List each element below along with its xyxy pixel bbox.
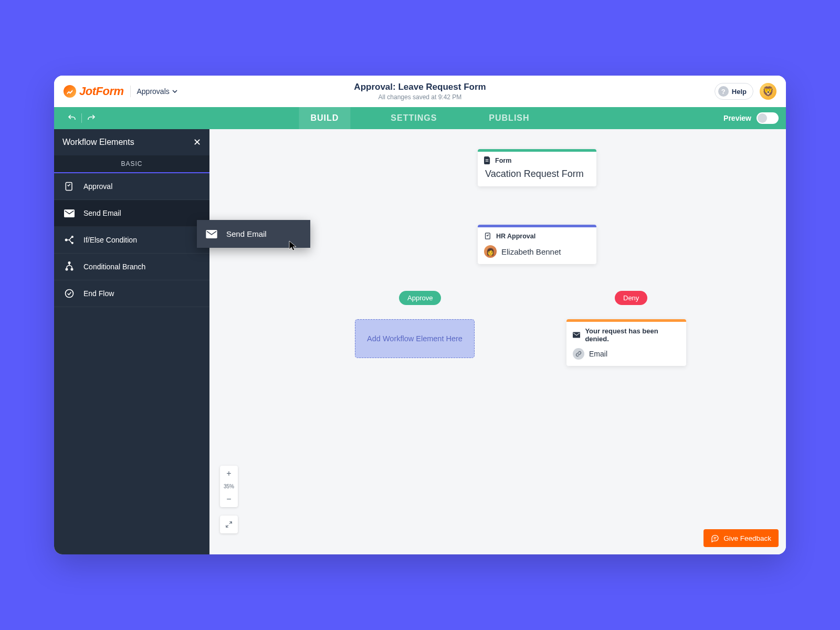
sidebar-item-end-flow[interactable]: End Flow [54,280,209,307]
approvals-dropdown[interactable]: Approvals [137,87,177,96]
sidebar-item-conditional-branch[interactable]: Conditional Branch [54,254,209,280]
page-title: Approval: Leave Request Form [354,82,486,92]
node-title: Vacation Request Form [478,166,596,186]
sidebar-title: Workflow Elements [62,138,134,147]
redo-button[interactable] [84,111,99,125]
svg-rect-12 [486,160,489,160]
approver-row: 👩 Elizabeth Bennet [478,242,596,264]
svg-point-5 [66,268,67,270]
header-center: Approval: Leave Request Form All changes… [354,82,486,101]
check-icon [64,288,75,299]
help-label: Help [732,88,747,96]
sidebar-item-send-email[interactable]: Send Email [54,200,209,227]
email-node-header: Your request has been denied. [566,322,686,346]
app-window: JotForm Approvals Approval: Leave Reques… [54,76,786,554]
preview-toggle-wrap: Preview [723,112,786,124]
close-icon[interactable]: ✕ [193,136,201,148]
zoom-value: 35% [224,481,234,491]
approval-icon [484,232,492,240]
zoom-controls: + 35% − [220,466,238,507]
user-avatar[interactable]: 🦁 [760,83,776,100]
header-right: ? Help 🦁 [715,83,776,100]
sidebar: Workflow Elements ✕ BASIC Approval Send … [54,129,209,554]
help-icon: ? [718,86,729,97]
chat-icon [711,534,719,542]
node-header: HR Approval [478,227,596,242]
email-icon [205,228,218,240]
branch-icon [64,234,75,246]
node-badge: HR Approval [496,233,536,240]
sidebar-tab-basic[interactable]: BASIC [54,155,209,173]
tabs: BUILD SETTINGS PUBLISH [299,107,541,129]
sidebar-item-label: Approval [83,182,112,191]
approver-avatar: 👩 [484,245,497,258]
approve-pill[interactable]: Approve [399,291,441,305]
form-node[interactable]: Form Vacation Request Form [478,149,596,186]
svg-rect-13 [486,161,489,161]
save-status: All changes saved at 9:42 PM [354,93,486,101]
email-node-sub: Email [566,346,686,366]
approval-icon [64,181,75,192]
tab-settings[interactable]: SETTINGS [379,107,448,129]
header: JotForm Approvals Approval: Leave Reques… [54,76,786,107]
zoom-out-button[interactable]: − [220,491,238,507]
tab-bar: BUILD SETTINGS PUBLISH Preview [54,107,786,129]
tab-publish[interactable]: PUBLISH [477,107,541,129]
undo-redo [54,111,99,125]
email-icon [573,332,580,338]
approval-node[interactable]: HR Approval 👩 Elizabeth Bennet [478,225,596,264]
fork-icon [64,261,75,272]
logo[interactable]: JotForm [64,85,124,98]
connectors [209,129,367,208]
svg-point-8 [66,290,74,298]
undo-button[interactable] [65,111,79,125]
email-node[interactable]: Your request has been denied. Email [566,319,686,366]
svg-point-2 [65,239,68,242]
tab-build[interactable]: BUILD [299,107,350,129]
divider [130,86,131,97]
zoom-in-button[interactable]: + [220,466,238,481]
body: Workflow Elements ✕ BASIC Approval Send … [54,129,786,554]
node-badge: Form [495,157,511,164]
cursor-icon [288,240,298,251]
brand-text: JotForm [79,85,124,98]
svg-rect-0 [66,183,72,191]
dropzone[interactable]: Add Workflow Element Here [355,319,475,358]
sidebar-item-if-else[interactable]: If/Else Condition [54,227,209,254]
feedback-label: Give Feedback [723,534,771,542]
email-icon [64,207,75,219]
email-node-title: Your request has been denied. [585,327,680,343]
svg-point-7 [68,262,70,264]
preview-toggle[interactable] [757,112,779,124]
dropdown-label: Approvals [137,87,170,96]
chevron-down-icon [172,90,177,93]
expand-button[interactable] [220,516,238,533]
canvas[interactable]: Form Vacation Request Form HR Approval 👩… [209,129,786,554]
sidebar-item-approval[interactable]: Approval [54,173,209,200]
preview-label: Preview [723,114,751,122]
file-icon [484,156,491,164]
sidebar-item-label: End Flow [83,289,114,298]
email-node-sublabel: Email [589,350,607,358]
separator [81,113,82,123]
sidebar-item-label: If/Else Condition [83,236,137,244]
sidebar-items: Approval Send Email If/Else Condition Co… [54,173,209,307]
approver-name: Elizabeth Bennet [501,247,561,256]
drag-ghost-label: Send Email [226,229,267,238]
node-header: Form [478,152,596,166]
help-button[interactable]: ? Help [715,83,753,100]
sidebar-item-label: Send Email [83,209,121,217]
sidebar-item-label: Conditional Branch [83,262,145,271]
deny-pill[interactable]: Deny [615,291,647,305]
sidebar-header: Workflow Elements ✕ [54,129,209,155]
link-icon [573,348,584,360]
feedback-button[interactable]: Give Feedback [704,529,779,547]
logo-icon [64,85,76,98]
svg-point-6 [71,268,72,270]
